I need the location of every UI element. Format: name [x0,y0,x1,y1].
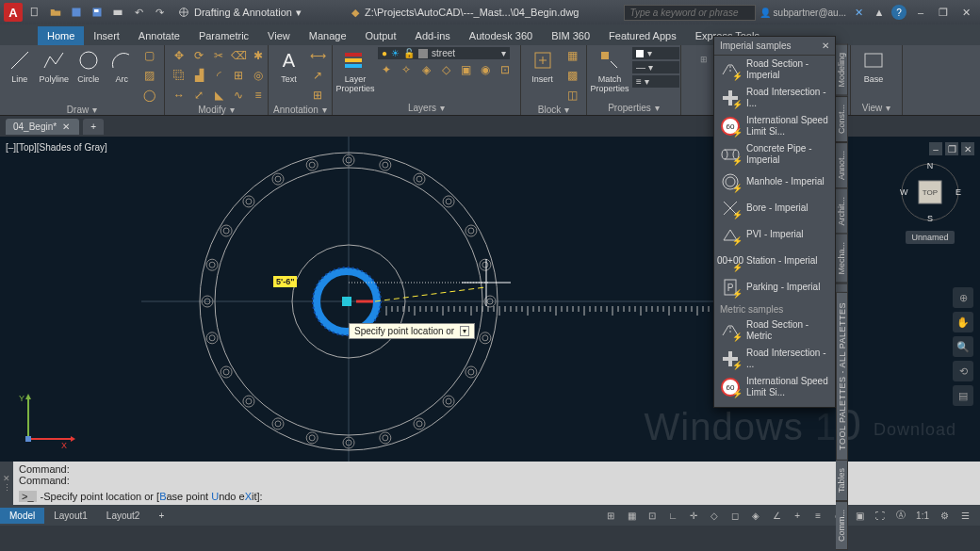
status-tab-model[interactable]: Model [0,508,44,524]
cmd-close-icon[interactable]: ✕ [3,474,10,483]
sb-sc-icon[interactable]: ⛶ [871,507,890,524]
table-icon[interactable]: ⊞ [309,87,326,104]
minimize-button[interactable]: – [910,4,931,21]
palette-item[interactable]: P⚡Parking - Imperial [714,274,835,300]
sb-grid-icon[interactable]: ▦ [622,507,641,524]
status-tab-add[interactable]: + [149,508,173,524]
sb-iso-icon[interactable]: ◇ [705,507,724,524]
b2-icon[interactable]: ▩ [564,67,580,84]
tab-home[interactable]: Home [38,26,84,45]
qat-open-icon[interactable] [47,4,64,21]
palette-item[interactable]: ⚡Manhole - Imperial [714,169,835,195]
fillet-icon[interactable]: ◜ [210,67,227,84]
b3-icon[interactable]: ◫ [564,87,580,104]
copy-icon[interactable]: ⿻ [171,67,188,84]
line-dd[interactable]: — ▾ [632,61,679,73]
l2-icon[interactable]: ✧ [398,61,415,78]
new-tab-button[interactable]: + [83,119,104,135]
trim-icon[interactable]: ✂ [210,47,227,64]
cloud-icon[interactable]: ▲ [871,4,888,21]
viewcube[interactable]: N S E W TOP Unnamed [897,159,963,225]
vp-max-icon[interactable]: ❐ [945,142,958,155]
align-icon[interactable]: ≡ [250,87,267,104]
app-logo[interactable]: A [4,3,23,22]
palette-vertical-title[interactable]: TOOL PALETTES - ALL PALETTES [836,292,848,461]
palette-item[interactable]: ⚡Road Section - Metric [714,316,835,345]
tab-bim 360[interactable]: BIM 360 [542,26,599,45]
close-icon[interactable]: ✕ [62,122,70,132]
workspace-dropdown[interactable]: Drafting & Annotation ▾ [172,4,307,21]
user-menu[interactable]: 👤 subpartner@au... [760,8,846,18]
tab-view[interactable]: View [258,26,300,45]
sb-polar-icon[interactable]: ✛ [684,507,703,524]
palette-item[interactable]: ⚡Road Intersection - ... [714,345,835,373]
view-unnamed[interactable]: Unnamed [906,231,954,244]
sb-qp-icon[interactable]: ▣ [850,507,869,524]
sb-dyn-icon[interactable]: + [788,507,807,524]
insert-button[interactable]: Insert [527,47,558,85]
palette-item[interactable]: 60⚡International Speed Limit Si... [714,112,835,140]
ellipse-icon[interactable]: ◯ [141,87,158,104]
status-tab-layout2[interactable]: Layout2 [97,508,150,524]
pan-icon[interactable]: ✋ [953,312,973,332]
qat-undo-icon[interactable]: ↶ [130,4,147,21]
hatch-icon[interactable]: ▨ [141,67,158,84]
palette-item[interactable]: ⚡PVI - Imperial [714,221,835,248]
line-button[interactable]: Line [6,47,33,85]
qat-plot-icon[interactable] [109,4,126,21]
layer-dropdown[interactable]: ● ☀ 🔓 street ▾ [378,47,510,59]
side-tab[interactable]: Annot... [836,142,848,188]
move-icon[interactable]: ✥ [171,47,188,64]
maximize-button[interactable]: ❐ [933,4,954,21]
color-dd[interactable]: ▾ [632,47,679,59]
tab-featured apps[interactable]: Featured Apps [599,26,686,45]
showmotion-icon[interactable]: ▤ [953,385,973,406]
layer-properties-button[interactable]: Layer Properties [338,47,372,94]
leader-icon[interactable]: ↗ [309,67,326,84]
palette-item[interactable]: ⚡Road Intersection - I... [714,84,835,112]
orbit-icon[interactable]: ⟲ [953,361,973,381]
side-tab[interactable]: Tables [836,460,848,501]
vp-min-icon[interactable]: – [929,142,942,155]
sb-ortho-icon[interactable]: ∟ [663,507,682,524]
vp-close-icon[interactable]: ✕ [961,142,974,155]
l5-icon[interactable]: ▣ [457,61,474,78]
sb-scale-label[interactable]: 1:1 [912,507,933,524]
fullnav-icon[interactable]: ⊕ [953,287,973,308]
zoom-icon[interactable]: 🔍 [953,336,973,357]
tab-autodesk 360[interactable]: Autodesk 360 [460,26,542,45]
sb-model-icon[interactable]: ⊞ [601,507,620,524]
scale-icon[interactable]: ⤢ [190,87,207,104]
sb-cust-icon[interactable]: ☰ [956,507,974,524]
erase-icon[interactable]: ⌫ [230,47,247,64]
sb-lw-icon[interactable]: ≡ [808,507,827,524]
l1-icon[interactable]: ✦ [378,61,395,78]
lw-dd[interactable]: ≡ ▾ [632,75,679,88]
l6-icon[interactable]: ◉ [477,61,494,78]
sb-osnap-icon[interactable]: ◻ [726,507,744,524]
tab-manage[interactable]: Manage [300,26,356,45]
palette-close-icon[interactable]: ✕ [822,41,829,51]
sb-anno-icon[interactable]: Ⓐ [891,507,910,524]
arc-button[interactable]: Arc [108,47,136,85]
palette-item[interactable]: 60⚡International Speed Limit Si... [714,373,835,401]
qat-redo-icon[interactable]: ↷ [151,4,168,21]
palette-item[interactable]: 00+00⚡Station - Imperial [714,248,835,274]
l4-icon[interactable]: ◇ [437,61,454,78]
sb-snap-icon[interactable]: ⊡ [643,507,662,524]
qat-new-icon[interactable] [26,4,43,21]
side-tab[interactable]: Mecha... [836,234,848,284]
sb-3dos-icon[interactable]: ◈ [746,507,765,524]
tool-palette[interactable]: Imperial samples✕ ⚡Road Section - Imperi… [713,36,836,408]
tab-output[interactable]: Output [356,26,406,45]
palette-item[interactable]: ⚡Bore - Imperial [714,195,835,221]
side-tab[interactable]: Const... [836,96,848,142]
l3-icon[interactable]: ◈ [417,61,434,78]
base-button[interactable]: Base [857,47,890,85]
array-icon[interactable]: ⊞ [230,67,247,84]
status-tab-layout1[interactable]: Layout1 [44,508,97,524]
l7-icon[interactable]: ⊡ [497,61,514,78]
dim-icon[interactable]: ⟷ [309,47,326,64]
cmd-handle-icon[interactable]: ⋮ [3,483,11,493]
file-tab[interactable]: 04_Begin*✕ [6,119,79,135]
